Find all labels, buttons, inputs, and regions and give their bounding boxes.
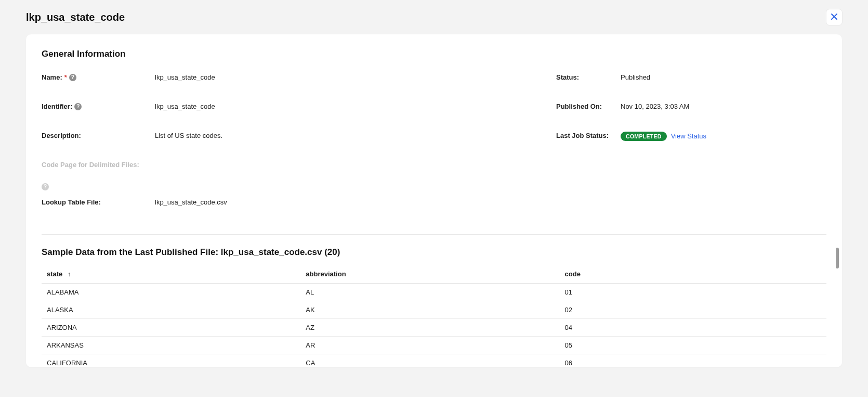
field-description: Description: List of US state codes. bbox=[42, 131, 535, 156]
cell-abbreviation: AK bbox=[300, 301, 559, 318]
field-identifier-label-text: Identifier: bbox=[42, 102, 72, 111]
field-status: Status: Published bbox=[556, 73, 826, 98]
col-header-state[interactable]: state ↑ bbox=[42, 265, 300, 284]
view-status-link[interactable]: View Status bbox=[671, 132, 706, 140]
field-description-label: Description: bbox=[42, 131, 155, 140]
page-container: lkp_usa_state_code General Information N… bbox=[26, 0, 842, 378]
field-name-label-text: Name: bbox=[42, 73, 62, 82]
close-icon bbox=[831, 13, 838, 22]
table-row[interactable]: CALIFORNIACA06 bbox=[42, 354, 826, 367]
general-info-heading: General Information bbox=[42, 49, 826, 59]
field-status-label: Status: bbox=[556, 73, 621, 82]
help-icon[interactable]: ? bbox=[42, 183, 49, 190]
table-row[interactable]: ARKANSASAR05 bbox=[42, 336, 826, 354]
col-header-state-text: state bbox=[47, 270, 62, 278]
cell-state: ARKANSAS bbox=[42, 336, 300, 354]
status-badge: COMPLETED bbox=[621, 132, 667, 141]
field-published-on-value: Nov 10, 2023, 3:03 AM bbox=[621, 102, 689, 110]
table-header-row: state ↑ abbreviation code bbox=[42, 265, 826, 284]
field-code-page-help-row: ? bbox=[42, 182, 535, 190]
field-last-job-status: Last Job Status: COMPLETEDView Status bbox=[556, 131, 826, 156]
field-published-on-label: Published On: bbox=[556, 102, 621, 111]
cell-code: 01 bbox=[560, 283, 826, 301]
cell-abbreviation: AZ bbox=[300, 318, 559, 336]
sample-data-heading: Sample Data from the Last Published File… bbox=[42, 247, 826, 258]
field-last-job-value: COMPLETEDView Status bbox=[621, 131, 706, 141]
field-lookup-file-value: lkp_usa_state_code.csv bbox=[155, 198, 227, 206]
field-code-page: Code Page for Delimited Files: bbox=[42, 160, 535, 181]
help-icon[interactable]: ? bbox=[74, 103, 82, 110]
page-header: lkp_usa_state_code bbox=[26, 0, 842, 34]
field-code-page-label-text: Code Page for Delimited Files: bbox=[42, 160, 139, 170]
cell-state: ALABAMA bbox=[42, 283, 300, 301]
field-last-job-label: Last Job Status: bbox=[556, 131, 621, 140]
general-info-grid: Name: * ? lkp_usa_state_code Identifier:… bbox=[42, 73, 826, 227]
required-star-icon: * bbox=[64, 73, 67, 82]
field-identifier-label: Identifier: ? bbox=[42, 102, 155, 111]
content-card: General Information Name: * ? lkp_usa_st… bbox=[26, 34, 842, 367]
cell-code: 05 bbox=[560, 336, 826, 354]
sample-table-wrap: state ↑ abbreviation code ALABAMAAL01ALA… bbox=[42, 265, 826, 368]
field-code-page-label: Code Page for Delimited Files: bbox=[42, 160, 155, 170]
field-status-value: Published bbox=[621, 73, 650, 81]
cell-code: 06 bbox=[560, 354, 826, 367]
table-row[interactable]: ALABAMAAL01 bbox=[42, 283, 826, 301]
field-name-label: Name: * ? bbox=[42, 73, 155, 82]
field-identifier: Identifier: ? lkp_usa_state_code bbox=[42, 102, 535, 127]
col-header-code[interactable]: code bbox=[560, 265, 826, 284]
sort-asc-icon: ↑ bbox=[68, 271, 71, 278]
table-row[interactable]: ALASKAAK02 bbox=[42, 301, 826, 318]
cell-abbreviation: AL bbox=[300, 283, 559, 301]
field-name-value: lkp_usa_state_code bbox=[155, 73, 215, 81]
close-button[interactable] bbox=[826, 9, 842, 25]
cell-code: 02 bbox=[560, 301, 826, 318]
col-header-abbreviation[interactable]: abbreviation bbox=[300, 265, 559, 284]
section-divider bbox=[42, 234, 826, 235]
field-lookup-file: Lookup Table File: lkp_usa_state_code.cs… bbox=[42, 198, 535, 223]
table-body: ALABAMAAL01ALASKAAK02ARIZONAAZ04ARKANSAS… bbox=[42, 283, 826, 367]
cell-abbreviation: CA bbox=[300, 354, 559, 367]
cell-abbreviation: AR bbox=[300, 336, 559, 354]
field-description-label-text: Description: bbox=[42, 131, 81, 140]
field-identifier-value: lkp_usa_state_code bbox=[155, 102, 215, 110]
field-lookup-file-label: Lookup Table File: bbox=[42, 198, 155, 207]
field-name: Name: * ? lkp_usa_state_code bbox=[42, 73, 535, 98]
field-description-value: List of US state codes. bbox=[155, 131, 222, 139]
cell-state: ALASKA bbox=[42, 301, 300, 318]
table-row[interactable]: ARIZONAAZ04 bbox=[42, 318, 826, 336]
help-icon[interactable]: ? bbox=[69, 74, 76, 81]
cell-code: 04 bbox=[560, 318, 826, 336]
field-published-on: Published On: Nov 10, 2023, 3:03 AM bbox=[556, 102, 826, 127]
general-info-right-col: Status: Published Published On: Nov 10, … bbox=[556, 73, 826, 227]
cell-state: CALIFORNIA bbox=[42, 354, 300, 367]
page-title: lkp_usa_state_code bbox=[26, 11, 125, 23]
scrollbar-thumb[interactable] bbox=[836, 248, 839, 268]
sample-data-table: state ↑ abbreviation code ALABAMAAL01ALA… bbox=[42, 265, 826, 368]
general-info-left-col: Name: * ? lkp_usa_state_code Identifier:… bbox=[42, 73, 535, 227]
cell-state: ARIZONA bbox=[42, 318, 300, 336]
field-lookup-file-label-text: Lookup Table File: bbox=[42, 198, 101, 207]
